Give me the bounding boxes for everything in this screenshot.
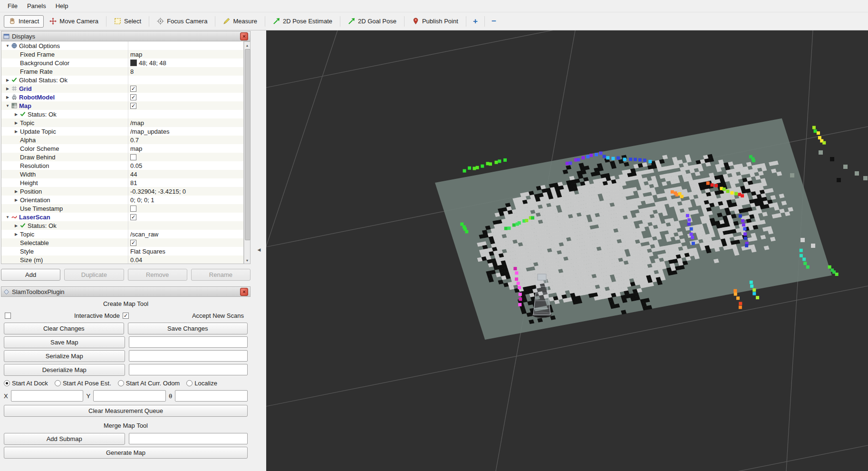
close-icon[interactable]: ×	[240, 32, 248, 40]
clear-changes-button[interactable]: Clear Changes	[4, 323, 124, 334]
tree-row-global-status-ok[interactable]: ▶Global Status: Ok	[1, 76, 243, 84]
menu-item-file[interactable]: File	[3, 1, 22, 11]
add-submap-input[interactable]	[129, 433, 248, 444]
tree-row-alpha[interactable]: Alpha0.7	[1, 136, 243, 144]
property-value[interactable]	[128, 213, 243, 221]
expander-right-icon[interactable]: ▶	[12, 121, 20, 125]
expander-down-icon[interactable]: ▼	[4, 44, 11, 48]
tree-row-draw-behind[interactable]: Draw Behind	[1, 153, 243, 161]
remove-button[interactable]: Remove	[128, 269, 187, 281]
tree-row-selectable[interactable]: Selectable	[1, 238, 243, 247]
save-map-input[interactable]	[129, 336, 248, 348]
expander-down-icon[interactable]: ▼	[4, 215, 11, 219]
property-value[interactable]: 44	[128, 170, 243, 178]
tool-select[interactable]: Select	[109, 15, 146, 28]
property-value[interactable]	[128, 153, 243, 161]
tree-row-status-ok[interactable]: ▶Status: Ok	[1, 221, 243, 230]
expander-right-icon[interactable]: ▶	[12, 232, 20, 236]
tree-row-use-timestamp[interactable]: Use Timestamp	[1, 204, 243, 213]
clear-measurement-queue-button[interactable]: Clear Measurement Queue	[4, 405, 248, 417]
displays-title-bar[interactable]: Displays ×	[1, 31, 251, 41]
tree-row-map[interactable]: ▼Map	[1, 101, 243, 110]
remove-tool-button[interactable]: −	[488, 15, 500, 28]
tool-2d-pose-estimate[interactable]: 2D Pose Estimate	[268, 15, 337, 28]
save-map-button[interactable]: Save Map	[4, 336, 125, 348]
tree-row-frame-rate[interactable]: Frame Rate8	[1, 67, 243, 76]
tree-row-topic[interactable]: ▶Topic/map	[1, 118, 243, 127]
x-input[interactable]	[11, 390, 84, 402]
property-value[interactable]: -0.32904; -3.4215; 0	[128, 187, 243, 196]
add-submap-button[interactable]: Add Submap	[4, 433, 125, 445]
scroll-thumb[interactable]	[245, 49, 251, 240]
property-value[interactable]: map	[128, 50, 243, 59]
tree-row-style[interactable]: StyleFlat Squares	[1, 247, 243, 255]
property-value[interactable]	[128, 221, 243, 230]
tree-row-color-scheme[interactable]: Color Schememap	[1, 144, 243, 153]
radio-dot[interactable]	[4, 380, 10, 386]
radio-dot[interactable]	[118, 380, 124, 386]
property-value[interactable]	[128, 110, 243, 118]
tree-row-position[interactable]: ▶Position-0.32904; -3.4215; 0	[1, 187, 243, 196]
tool-2d-goal-pose[interactable]: 2D Goal Pose	[343, 15, 401, 28]
property-checkbox[interactable]	[130, 94, 136, 100]
tree-row-background-color[interactable]: Background Color48; 48; 48	[1, 59, 243, 67]
property-value[interactable]: 0.04	[128, 255, 243, 264]
menu-item-panels[interactable]: Panels	[22, 1, 51, 11]
property-value[interactable]	[128, 101, 243, 110]
property-value[interactable]: 0.7	[128, 136, 243, 144]
expander-right-icon[interactable]: ▶	[12, 224, 20, 228]
radio-start-at-curr-odom[interactable]: Start At Curr. Odom	[118, 380, 180, 387]
property-value[interactable]: 0.05	[128, 161, 243, 170]
interactive-mode-checkbox[interactable]	[5, 313, 11, 319]
tree-row-laserscan[interactable]: ▼LaserScan	[1, 213, 243, 221]
property-value[interactable]: Flat Squares	[128, 247, 243, 255]
add-tool-button[interactable]: +	[469, 15, 482, 28]
tool-interact[interactable]: Interact	[4, 15, 44, 28]
tree-row-topic[interactable]: ▶Topic/scan_raw	[1, 230, 243, 238]
property-value[interactable]: 8	[128, 67, 243, 76]
menu-item-help[interactable]: Help	[51, 1, 73, 11]
scroll-down-icon[interactable]: ▼	[244, 257, 250, 264]
radio-dot[interactable]	[55, 380, 61, 386]
expander-right-icon[interactable]: ▶	[12, 189, 20, 194]
expander-down-icon[interactable]: ▼	[4, 104, 11, 108]
duplicate-button[interactable]: Duplicate	[64, 269, 124, 281]
expander-right-icon[interactable]: ▶	[12, 112, 20, 117]
tree-row-height[interactable]: Height81	[1, 178, 243, 187]
expander-right-icon[interactable]: ▶	[4, 78, 11, 82]
scroll-up-icon[interactable]: ▲	[244, 42, 250, 49]
expander-right-icon[interactable]: ▶	[4, 87, 11, 91]
tree-row-width[interactable]: Width44	[1, 170, 243, 178]
property-checkbox[interactable]	[130, 206, 136, 212]
generate-map-button[interactable]: Generate Map	[4, 447, 248, 459]
property-value[interactable]	[128, 204, 243, 213]
property-value[interactable]	[128, 93, 243, 101]
radio-localize[interactable]: Localize	[186, 380, 217, 387]
radio-start-at-dock[interactable]: Start At Dock	[4, 380, 48, 387]
3d-viewport[interactable]	[266, 30, 868, 471]
save-changes-button[interactable]: Save Changes	[128, 323, 248, 334]
y-input[interactable]	[93, 390, 166, 402]
serialize-map-input[interactable]	[129, 350, 248, 362]
property-value[interactable]: /map	[128, 118, 243, 127]
add-button[interactable]: Add	[1, 269, 60, 281]
tool-measure[interactable]: Measure	[218, 15, 262, 28]
property-value[interactable]	[128, 84, 243, 93]
panel-collapse-handle[interactable]: ◀	[256, 245, 262, 255]
tree-row-size-m[interactable]: Size (m)0.04	[1, 255, 243, 264]
serialize-map-button[interactable]: Serialize Map	[4, 350, 125, 362]
tree-row-global-options[interactable]: ▼Global Options	[1, 41, 243, 50]
expander-right-icon[interactable]: ▶	[4, 95, 11, 99]
property-checkbox[interactable]	[130, 214, 136, 220]
property-value[interactable]	[128, 238, 243, 247]
tool-move-camera[interactable]: Move Camera	[45, 15, 103, 28]
property-value[interactable]: /scan_raw	[128, 230, 243, 238]
accept-new-scans-checkbox[interactable]	[123, 313, 129, 319]
deserialize-map-button[interactable]: Deserialize Map	[4, 364, 125, 376]
expander-right-icon[interactable]: ▶	[12, 129, 20, 134]
slam-title-bar[interactable]: SlamToolboxPlugin ×	[1, 286, 251, 297]
tree-row-update-topic[interactable]: ▶Update Topic/map_updates	[1, 127, 243, 136]
tree-row-fixed-frame[interactable]: Fixed Framemap	[1, 50, 243, 59]
tree-row-robotmodel[interactable]: ▶RobotModel	[1, 93, 243, 101]
property-value[interactable]: /map_updates	[128, 127, 243, 136]
